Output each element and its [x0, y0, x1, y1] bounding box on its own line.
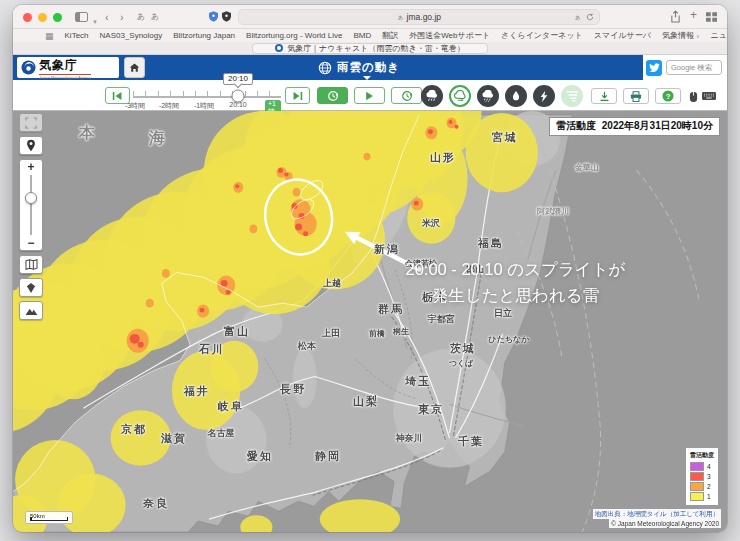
bookmark-item[interactable]: KiTech [65, 31, 89, 40]
play-button[interactable] [354, 87, 385, 104]
slider-tick-label: 20:10 [229, 101, 247, 108]
time-tooltip: 20:10 [223, 73, 253, 85]
rain-cloud-icon [425, 90, 439, 102]
download-icon [599, 91, 610, 102]
svg-text:?: ? [666, 92, 671, 101]
legend-swatch [690, 462, 704, 471]
bookmark-item[interactable]: NAS03_Synology [100, 31, 163, 40]
legend-swatch [690, 482, 704, 491]
shield-dark-icon[interactable] [222, 11, 231, 22]
time-slider[interactable]: 20:10 -3時間-2時間-1時間20:10 +1時間 [133, 80, 281, 111]
slider-track [133, 96, 281, 98]
bookmark-item[interactable]: スマイルサーバ [594, 30, 651, 41]
mouse-icon [689, 91, 698, 103]
extension-a-icon[interactable]: あ [137, 9, 145, 25]
back-button[interactable]: ‹ [105, 9, 109, 25]
chevron-down-icon[interactable]: ▼ [92, 14, 98, 30]
active-tab[interactable]: 気象庁｜ナウキャスト（雨雲の動き・雷・竜巻） [252, 43, 487, 54]
new-tab-icon[interactable]: + [690, 8, 697, 22]
close-window-button[interactable] [23, 13, 32, 22]
bookmark-item[interactable]: さくらインターネット [501, 30, 583, 41]
legend-row: 4 [690, 462, 714, 471]
lightning-legend: 雷活動度 4321 [685, 447, 719, 506]
skip-start-icon [112, 91, 123, 101]
layer-forecast-rain-button[interactable] [477, 85, 499, 107]
legend-swatch [690, 492, 704, 501]
layer-nowcast-button-selected[interactable] [449, 85, 471, 107]
folded-map-icon [25, 259, 38, 270]
copyright-text: © Japan Meteorological Agency 2020 [609, 519, 721, 528]
terrain-button[interactable] [19, 301, 43, 320]
bookmark-item[interactable]: Blitzortung.org - World Live [246, 31, 342, 40]
share-icon[interactable] [670, 10, 681, 23]
legend-level: 1 [707, 493, 711, 500]
bookmarks-grid-icon[interactable]: ▦ [45, 31, 54, 41]
current-location-button[interactable] [19, 136, 43, 155]
agency-name: 気象庁 [39, 58, 78, 72]
landmark-icon [26, 282, 36, 294]
zoom-window-button[interactable] [53, 13, 62, 22]
zoom-handle[interactable] [25, 192, 37, 204]
landmark-button[interactable] [19, 278, 43, 297]
map-controls: + − [19, 113, 43, 324]
base-map-button[interactable] [19, 255, 43, 274]
bookmark-item[interactable]: 外国送金Webサポート [409, 30, 490, 41]
slider-tick-label: -1時間 [194, 101, 214, 111]
bookmark-item[interactable]: 翻訳 [382, 30, 398, 41]
shield-blue-icon[interactable] [209, 11, 218, 22]
address-bar[interactable]: ぁ jma.go.jp ぁ [238, 9, 600, 25]
zoom-control[interactable]: + − [19, 159, 43, 251]
bookmark-item[interactable]: Blitzortung Japan [173, 31, 235, 40]
url-text: jma.go.jp [407, 12, 442, 22]
jma-logo[interactable]: 気象庁 Japan Meteorological Agency [17, 57, 119, 78]
twitter-button[interactable] [646, 60, 662, 76]
map-attribution: 地図出典：地理院タイル（加工して利用） © Japan Meteorologic… [593, 509, 721, 528]
playback-speed-button[interactable] [391, 87, 422, 104]
bookmark-item[interactable]: 気象情報∨ [662, 30, 700, 41]
map-canvas[interactable] [13, 111, 727, 532]
translate-icon[interactable]: ぁ [574, 13, 581, 22]
help-button[interactable]: ? [655, 88, 681, 104]
download-button[interactable] [591, 88, 617, 104]
safari-window: ▼ ‹ › あ あ ぁ jma.go.jp ぁ + ▦ KiTechNAS03_… [13, 5, 727, 532]
droplet-icon [511, 90, 521, 103]
fullscreen-button-disabled [19, 113, 43, 132]
bookmarks-bar: ▦ KiTechNAS03_SynologyBlitzortung JapanB… [13, 29, 727, 42]
skip-to-end-button[interactable] [285, 87, 310, 104]
jma-header: 気象庁 Japan Meteorological Agency 雨雲の動き [13, 55, 727, 80]
page-title-group[interactable]: 雨雲の動き [318, 55, 400, 80]
layer-precipitation-button[interactable] [505, 85, 527, 107]
bookmark-item[interactable]: ニュース∨ [711, 30, 727, 41]
moving-cloud-icon [453, 90, 467, 102]
tab-favicon [275, 44, 283, 52]
forward-button[interactable]: › [120, 9, 124, 25]
tab-overview-icon[interactable] [706, 12, 717, 22]
sidebar-icon[interactable] [75, 12, 88, 22]
layer-lightning-button[interactable] [533, 85, 555, 107]
legend-level: 2 [707, 483, 711, 490]
tornado-icon [566, 90, 579, 102]
extension-a2-icon[interactable]: あ [151, 9, 159, 25]
map-area: 本海宮城山形金華山米沢新潟福島会津若松郡山阿武隈川日立栃木宇都宮群馬前橋桐生茨城… [13, 111, 727, 532]
print-button[interactable] [623, 88, 649, 104]
scale-bar: 50km [25, 511, 73, 524]
attribution-link[interactable]: 地図出典：地理院タイル（加工して利用） [593, 509, 721, 518]
home-button[interactable] [124, 57, 145, 78]
reader-icon[interactable]: ぁ [397, 13, 404, 22]
legend-level: 4 [707, 463, 711, 470]
page-title: 雨雲の動き [337, 60, 400, 75]
layer-rain-button[interactable] [421, 85, 443, 107]
zoom-in-button[interactable]: + [27, 160, 34, 174]
zoom-out-button[interactable]: − [27, 236, 34, 250]
tab-bar: 気象庁｜ナウキャスト（雨雲の動き・雷・竜巻） [13, 42, 727, 55]
mountain-icon [25, 306, 38, 316]
legend-row: 2 [690, 482, 714, 491]
zoom-track[interactable] [30, 175, 32, 235]
bookmark-item[interactable]: BMD [353, 31, 371, 40]
jump-to-now-button[interactable] [317, 87, 348, 104]
minimize-window-button[interactable] [38, 13, 47, 22]
slider-tick-label: -3時間 [125, 101, 145, 111]
google-search-input[interactable] [666, 60, 722, 75]
cloud-shower-icon [481, 90, 495, 102]
reload-icon[interactable] [586, 13, 594, 21]
